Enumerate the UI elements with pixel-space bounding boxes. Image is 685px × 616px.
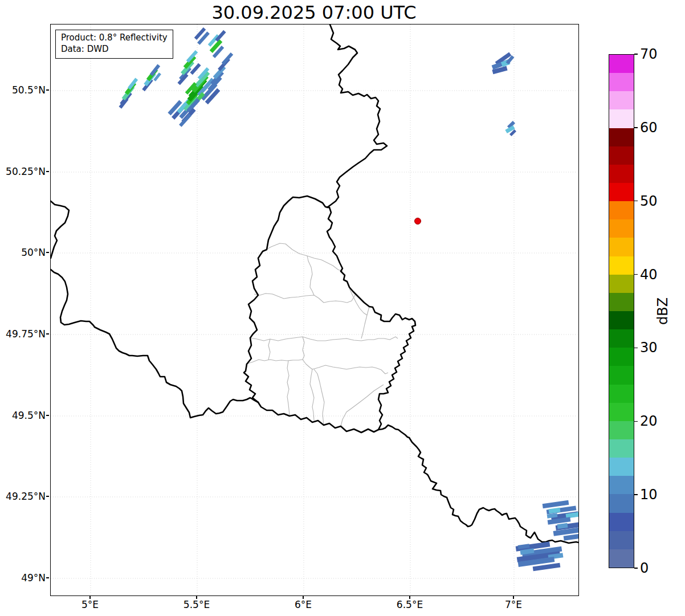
colorbar-segment [609, 73, 634, 91]
colorbar-segment [609, 55, 634, 73]
colorbar-tick-mark [634, 421, 638, 422]
radar-echoes [119, 27, 578, 571]
colorbar-segment [609, 403, 634, 421]
x-tick-mark [196, 596, 197, 599]
x-tick-label: 7°E [491, 599, 536, 610]
colorbar-segment [609, 275, 634, 293]
y-tick-label: 50.5°N [0, 84, 46, 96]
figure-title: 30.09.2025 07:00 UTC [50, 3, 578, 23]
colorbar-tick-label: 20 [640, 414, 658, 428]
colorbar-segment [609, 165, 634, 183]
colorbar-tick-mark [634, 54, 638, 55]
colorbar-segment [609, 201, 634, 219]
y-tick-mark [46, 171, 49, 172]
x-tick-label: 5.5°E [174, 599, 219, 610]
x-tick-mark [89, 596, 90, 599]
y-tick-label: 49.75°N [0, 328, 46, 340]
colorbar-tick-mark [634, 494, 638, 495]
y-tick-mark [46, 333, 49, 334]
colorbar-segment [609, 385, 634, 403]
radar-figure: 30.09.2025 07:00 UTC Product: 0.8° Refle… [0, 0, 685, 616]
colorbar-segment [609, 109, 634, 128]
colorbar-tick-mark [634, 568, 638, 569]
colorbar-segment [609, 366, 634, 384]
colorbar-segment [609, 348, 634, 366]
canton-borders [246, 243, 398, 426]
colorbar-tick-label: 70 [640, 47, 658, 61]
x-tick-label: 6°E [280, 599, 326, 610]
colorbar-tick-mark [634, 127, 638, 128]
map-canvas [51, 25, 578, 595]
colorbar-segment [609, 311, 634, 329]
colorbar-segment [609, 329, 634, 348]
colorbar-segment [609, 531, 634, 549]
x-tick-mark [409, 596, 410, 599]
colorbar [609, 54, 634, 568]
data-source-line: Data: DWD [61, 44, 168, 55]
y-tick-label: 50.25°N [0, 166, 46, 177]
colorbar-segment [609, 91, 634, 109]
colorbar-tick-label: 50 [640, 194, 658, 208]
country-borders [51, 25, 578, 543]
colorbar-segment [609, 494, 634, 512]
y-tick-mark [46, 252, 49, 252]
colorbar-segment [609, 256, 634, 275]
colorbar-segment [609, 549, 634, 568]
x-tick-mark [303, 596, 303, 599]
radar-site-marker [415, 218, 421, 225]
x-tick-mark [513, 596, 513, 599]
colorbar-segment [609, 293, 634, 311]
colorbar-tick-mark [634, 348, 638, 349]
colorbar-tick-label: 40 [640, 268, 658, 282]
colorbar-segment [609, 476, 634, 494]
y-tick-label: 50°N [0, 247, 46, 258]
colorbar-tick-label: 30 [640, 341, 658, 354]
colorbar-axis-label: dBZ [655, 297, 671, 325]
colorbar-segment [609, 238, 634, 256]
colorbar-segment [609, 183, 634, 201]
x-tick-label: 6.5°E [387, 599, 433, 610]
colorbar-tick-mark [634, 201, 638, 202]
colorbar-tick-label: 60 [640, 121, 658, 134]
colorbar-tick-mark [634, 274, 638, 275]
colorbar-tick-label: 10 [640, 488, 658, 501]
y-tick-mark [46, 89, 49, 90]
colorbar-segment [609, 128, 634, 146]
colorbar-segment [609, 421, 634, 439]
x-tick-label: 5°E [67, 599, 113, 610]
y-tick-mark [46, 496, 49, 496]
colorbar-segment [609, 513, 634, 531]
colorbar-segment [609, 458, 634, 476]
y-tick-label: 49.25°N [0, 491, 46, 502]
gridlines [51, 25, 578, 595]
product-info-line: Product: 0.8° Reflectivity [61, 32, 168, 44]
y-tick-label: 49.5°N [0, 410, 46, 421]
colorbar-segment [609, 439, 634, 458]
colorbar-segment [609, 219, 634, 238]
colorbar-segment [609, 146, 634, 165]
map-plot-area: Product: 0.8° Reflectivity Data: DWD [50, 24, 579, 596]
product-info-box: Product: 0.8° Reflectivity Data: DWD [55, 30, 173, 59]
y-tick-label: 49°N [0, 572, 46, 584]
colorbar-tick-label: 0 [640, 561, 649, 575]
y-tick-mark [46, 415, 49, 415]
y-tick-mark [46, 577, 49, 578]
